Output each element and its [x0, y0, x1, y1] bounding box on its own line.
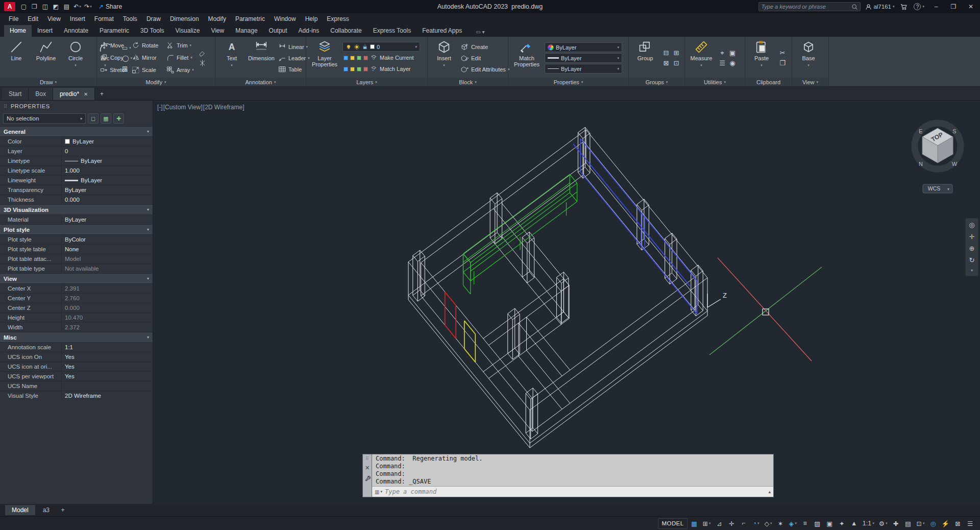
- help-search-field[interactable]: [758, 2, 861, 11]
- stretch-button[interactable]: Stretch: [99, 65, 129, 75]
- quick-properties-toggle[interactable]: ▤: [902, 518, 914, 529]
- new-file-button[interactable]: ▢: [18, 2, 29, 12]
- property-value[interactable]: 2.760: [61, 294, 153, 303]
- rotate-button[interactable]: Rotate: [131, 40, 163, 51]
- command-window-rail[interactable]: ⠿ ✕: [362, 454, 372, 497]
- object-snap-tracking-toggle[interactable]: ✶: [775, 518, 787, 529]
- dimension-button[interactable]: Dimension: [247, 38, 276, 78]
- polyline-button[interactable]: Polyline: [32, 38, 60, 78]
- save-as-button[interactable]: ◩: [51, 2, 61, 12]
- panel-footer-draw[interactable]: Draw▾: [0, 78, 96, 86]
- menu-view[interactable]: View: [43, 13, 65, 25]
- erase-tool-button[interactable]: [198, 49, 207, 57]
- measure-button[interactable]: Measure▾: [687, 38, 716, 78]
- zoom-icon[interactable]: ⊕: [969, 245, 975, 252]
- layer-select[interactable]: 0 ▾: [342, 42, 420, 52]
- minimize-button[interactable]: –: [929, 1, 943, 13]
- command-expand-icon[interactable]: ▴: [768, 489, 771, 494]
- menu-help[interactable]: Help: [301, 13, 323, 25]
- compass-e[interactable]: E: [919, 128, 922, 134]
- toggle-pickadd-button[interactable]: ◻: [88, 113, 99, 124]
- quick-select-button[interactable]: ▣: [727, 48, 738, 58]
- ribbon-tab-3d-tools[interactable]: 3D Tools: [135, 25, 169, 37]
- ribbon-tab-collaborate[interactable]: Collaborate: [325, 25, 367, 37]
- property-value[interactable]: ByLayer: [61, 156, 153, 165]
- ribbon-tab-view[interactable]: View: [205, 25, 230, 37]
- wcs-dropdown[interactable]: WCS ▾: [923, 184, 952, 193]
- section-header-3d-visualization[interactable]: 3D Visualization▾: [0, 204, 153, 214]
- layer-properties-button[interactable]: Layer Properties: [308, 38, 341, 78]
- save-button[interactable]: ◫: [40, 2, 51, 12]
- panel-footer-clipboard[interactable]: Clipboard: [745, 78, 792, 86]
- select-objects-button[interactable]: ▦: [101, 113, 111, 124]
- customization-menu[interactable]: ☰: [964, 518, 976, 529]
- isometric-drafting-toggle[interactable]: ◇▾: [762, 518, 774, 529]
- annotation-monitor[interactable]: ✚: [890, 518, 901, 529]
- undo-button[interactable]: ↶▾: [72, 2, 83, 12]
- property-value[interactable]: ByLayer: [61, 185, 153, 195]
- menu-window[interactable]: Window: [270, 13, 301, 25]
- ortho-mode-toggle[interactable]: ⌐: [738, 518, 749, 529]
- line-button[interactable]: Line: [2, 38, 31, 78]
- share-button[interactable]: ↗ Share: [94, 3, 126, 10]
- property-value[interactable]: 0.000: [61, 303, 153, 312]
- dynamic-input-toggle[interactable]: ✛: [725, 518, 737, 529]
- isolate-objects[interactable]: ◎: [927, 518, 939, 529]
- property-value[interactable]: 0: [61, 147, 153, 156]
- grid-display-toggle[interactable]: ▦: [688, 518, 700, 529]
- property-value[interactable]: 1.000: [61, 166, 153, 175]
- fillet-button[interactable]: Fillet▾: [165, 53, 196, 63]
- file-tab-start[interactable]: Start: [2, 88, 29, 100]
- ribbon-tab-output[interactable]: Output: [263, 25, 293, 37]
- chevron-down-icon[interactable]: ▾: [971, 269, 973, 273]
- polar-tracking-toggle[interactable]: ◔▾: [750, 518, 762, 529]
- array-button[interactable]: Array▾: [165, 65, 196, 75]
- panel-footer-view[interactable]: View▾: [792, 78, 828, 86]
- menu-format[interactable]: Format: [90, 13, 118, 25]
- full-navigation-wheel-icon[interactable]: ◎: [969, 222, 974, 228]
- panel-footer-properties[interactable]: Properties▾: [508, 78, 628, 86]
- property-value[interactable]: [61, 381, 153, 391]
- ribbon-tab-manage[interactable]: Manage: [230, 25, 263, 37]
- compass-w[interactable]: W: [952, 161, 958, 167]
- section-header-plot-style[interactable]: Plot style▾: [0, 224, 153, 234]
- property-value[interactable]: Yes: [61, 352, 153, 362]
- redo-button[interactable]: ↷▾: [83, 2, 93, 12]
- property-value[interactable]: Yes: [61, 362, 153, 371]
- tab-close-icon[interactable]: ✕: [84, 91, 88, 97]
- object-snap-toggle[interactable]: ◈▾: [787, 518, 799, 529]
- infer-constraints-toggle[interactable]: ⊿: [713, 518, 725, 529]
- group-select-toggle-button[interactable]: ⊠: [661, 58, 671, 68]
- property-value[interactable]: 2.372: [61, 323, 153, 332]
- menu-tools[interactable]: Tools: [118, 13, 142, 25]
- new-layout-button[interactable]: +: [57, 507, 68, 514]
- property-value[interactable]: 1:1: [61, 343, 153, 352]
- drawing-canvas[interactable]: Z: [153, 101, 980, 504]
- property-value[interactable]: Model: [61, 254, 153, 263]
- property-value[interactable]: 10.470: [61, 313, 153, 322]
- command-input[interactable]: [385, 488, 766, 495]
- autocad-logo-icon[interactable]: A: [4, 2, 15, 11]
- new-drawing-tab-button[interactable]: +: [95, 88, 108, 100]
- layout-tab-model[interactable]: Model: [5, 505, 35, 515]
- quick-select-button[interactable]: ✚: [113, 113, 124, 124]
- section-header-general[interactable]: General▾: [0, 126, 153, 136]
- text-button[interactable]: AText▾: [217, 38, 246, 78]
- ribbon-tab-home[interactable]: Home: [4, 25, 32, 37]
- property-value[interactable]: Not available: [61, 264, 153, 273]
- property-value[interactable]: ByColor: [61, 235, 153, 244]
- section-header-view[interactable]: View▾: [0, 273, 153, 283]
- ribbon-tab-insert[interactable]: Insert: [32, 25, 58, 37]
- linetype-select[interactable]: ByLayer▾: [545, 64, 622, 74]
- ribbon-tab-annotate[interactable]: Annotate: [58, 25, 94, 37]
- ribbon-tab-featured-apps[interactable]: Featured Apps: [416, 25, 468, 37]
- property-value[interactable]: ByLayer: [61, 215, 153, 224]
- menu-file[interactable]: File: [4, 13, 23, 25]
- ribbon-tab-add-ins[interactable]: Add-ins: [293, 25, 325, 37]
- graphics-performance[interactable]: ⚡: [939, 518, 951, 529]
- lineweight-display-toggle[interactable]: ≡: [799, 518, 811, 529]
- copy-button[interactable]: Copy: [99, 53, 129, 63]
- menu-draw[interactable]: Draw: [142, 13, 165, 25]
- leader-button[interactable]: Leader▾: [277, 53, 311, 63]
- file-tab-box[interactable]: Box: [29, 88, 53, 100]
